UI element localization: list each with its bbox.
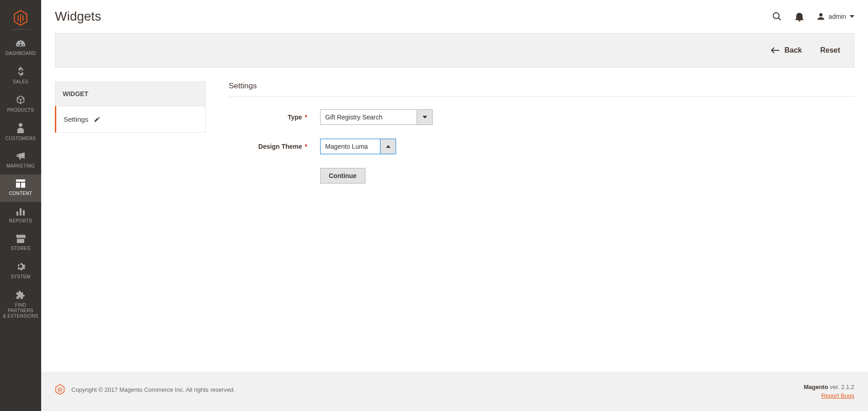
tabs-header: WIDGET [55, 81, 206, 106]
svg-point-0 [773, 13, 779, 19]
pencil-icon [94, 116, 100, 123]
settings-form: Settings Type* Gift Registry Search Des [229, 81, 854, 184]
copyright-text: Copyright © 2017 Magento Commerce Inc. A… [71, 386, 235, 393]
svg-line-1 [778, 18, 781, 20]
page-footer: Copyright © 2017 Magento Commerce Inc. A… [41, 372, 868, 411]
required-mark: * [305, 143, 307, 150]
storefront-icon [15, 234, 26, 243]
required-mark: * [305, 114, 307, 121]
sidebar-divider [11, 29, 30, 30]
sidebar-item-marketing[interactable]: MARKETING [0, 147, 41, 174]
sidebar-item-system[interactable]: SYSTEM [0, 257, 41, 285]
sidebar-label: PRODUCTS [7, 108, 34, 113]
arrow-left-icon [771, 47, 780, 54]
sidebar-label: SALES [13, 79, 28, 85]
sidebar-item-dashboard[interactable]: DASHBOARD [0, 34, 41, 62]
dollar-icon [17, 66, 24, 76]
puzzle-icon [16, 290, 26, 300]
action-toolbar: Back Reset [55, 33, 854, 68]
sidebar-item-partners[interactable]: FIND PARTNERS & EXTENSIONS [0, 285, 41, 324]
layout-icon [16, 179, 26, 188]
type-value: Gift Registry Search [321, 110, 417, 124]
reset-label: Reset [820, 46, 840, 54]
sidebar-item-reports[interactable]: REPORTS [0, 202, 41, 229]
megaphone-icon [15, 151, 26, 161]
chevron-down-icon[interactable] [417, 110, 432, 124]
admin-sidebar: DASHBOARD SALES PRODUCTS CUSTOMERS MARKE [0, 0, 41, 411]
design-theme-select[interactable]: Magento Luma [320, 139, 396, 154]
chevron-up-icon[interactable] [380, 139, 396, 154]
reset-button[interactable]: Reset [820, 46, 840, 54]
search-icon[interactable] [772, 11, 782, 22]
tab-label: Settings [64, 115, 88, 123]
sidebar-label: CUSTOMERS [5, 136, 36, 141]
continue-button[interactable]: Continue [320, 168, 365, 184]
page-title: Widgets [55, 9, 101, 24]
person-icon [17, 123, 24, 133]
account-dropdown[interactable]: admin [817, 12, 854, 21]
sidebar-label: SYSTEM [11, 274, 31, 280]
back-label: Back [784, 46, 802, 54]
gauge-icon [15, 39, 26, 48]
sidebar-label: FIND PARTNERS & EXTENSIONS [2, 303, 39, 319]
account-label: admin [829, 13, 846, 20]
back-button[interactable]: Back [771, 46, 802, 54]
magento-logo-small-icon [55, 384, 65, 395]
bell-icon[interactable] [795, 11, 804, 22]
magento-logo-icon[interactable] [13, 9, 28, 27]
sidebar-item-content[interactable]: CONTENT [0, 174, 41, 202]
section-title: Settings [229, 81, 854, 97]
design-theme-value: Magento Luma [321, 139, 380, 154]
caret-down-icon [850, 15, 854, 18]
type-select[interactable]: Gift Registry Search [320, 109, 433, 125]
report-bugs-link[interactable]: Report Bugs [821, 392, 854, 399]
sidebar-label: STORES [11, 246, 31, 251]
page-header: Widgets admin [41, 0, 868, 33]
sidebar-label: CONTENT [9, 191, 32, 196]
sidebar-label: MARKETING [6, 163, 35, 169]
box-icon [16, 95, 26, 105]
tab-settings[interactable]: Settings [55, 106, 206, 133]
bars-icon [16, 206, 26, 216]
sidebar-label: DASHBOARD [5, 51, 36, 56]
type-label: Type* [229, 114, 320, 121]
sidebar-item-products[interactable]: PRODUCTS [0, 90, 41, 119]
version-text: Magento ver. 2.1.2 [804, 384, 854, 390]
design-theme-label: Design Theme* [229, 143, 320, 150]
widget-tabs: WIDGET Settings [55, 81, 206, 133]
sidebar-label: REPORTS [9, 218, 32, 224]
sidebar-item-customers[interactable]: CUSTOMERS [0, 119, 41, 147]
sidebar-item-sales[interactable]: SALES [0, 62, 41, 90]
sidebar-item-stores[interactable]: STORES [0, 229, 41, 257]
gear-icon [16, 261, 26, 271]
user-icon [817, 12, 825, 21]
